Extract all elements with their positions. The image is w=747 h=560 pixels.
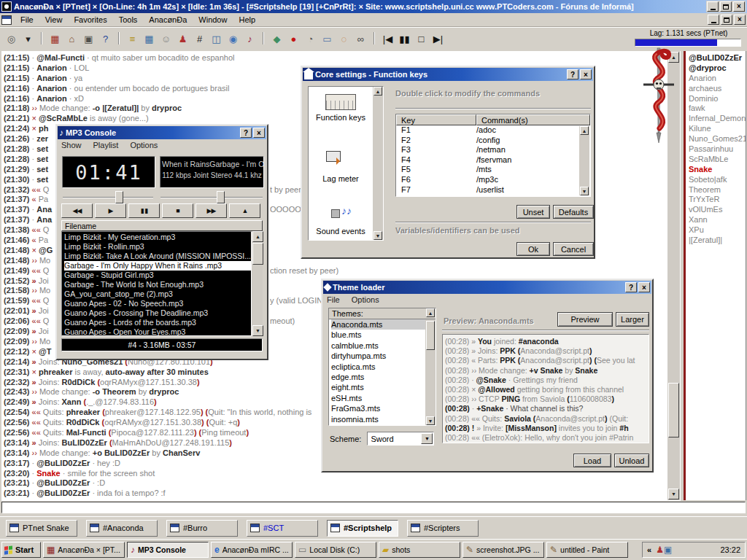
nicklist-item[interactable]: Sobeto|afk bbox=[689, 175, 746, 185]
home-icon[interactable]: ⌂ bbox=[64, 31, 80, 47]
nicklist-item[interactable]: Kilune bbox=[689, 124, 746, 134]
column-key[interactable]: Key bbox=[396, 114, 476, 125]
dropdown-arrow-icon[interactable]: ▼ bbox=[421, 433, 433, 444]
nicklist-item[interactable]: Xann bbox=[689, 215, 746, 225]
nicklist-item[interactable]: Snake bbox=[689, 165, 746, 175]
volume-slider-thumb[interactable] bbox=[115, 191, 123, 203]
mdi-close-button[interactable]: × bbox=[734, 15, 746, 25]
media-stop-icon[interactable]: □ bbox=[414, 31, 429, 47]
fkey-row[interactable]: F3/netman bbox=[396, 145, 590, 155]
playlist-item[interactable]: Limp Bizkit - Rollin.mp3 bbox=[62, 242, 251, 252]
user-central-icon[interactable]: ♟ bbox=[175, 31, 190, 47]
mp3-menu-show[interactable]: Show bbox=[61, 141, 82, 149]
nicklist-item[interactable]: archaeus bbox=[689, 84, 746, 94]
category-sound-events[interactable]: Sound events bbox=[309, 203, 373, 236]
scroll-down-icon[interactable]: ▼ bbox=[580, 187, 589, 195]
menu-favorites[interactable]: Favorites bbox=[68, 14, 112, 26]
notify-list-icon[interactable]: ◫ bbox=[209, 31, 224, 47]
load-button[interactable]: Load bbox=[573, 454, 611, 467]
nicklist-item[interactable]: Theorem bbox=[689, 185, 746, 195]
tray-display-icon[interactable]: ▣ bbox=[664, 545, 672, 555]
nicklist-item[interactable]: fawk bbox=[689, 104, 746, 114]
task-untitled-paint[interactable]: ✎ untitled - Paint bbox=[546, 542, 628, 558]
scroll-up-icon[interactable]: ▲ bbox=[580, 126, 589, 135]
theme-close-button[interactable]: × bbox=[638, 282, 650, 292]
playlist-item[interactable]: Garbage - Stupid Girl.mp3 bbox=[62, 271, 251, 280]
channels-folder-icon[interactable]: ▦ bbox=[47, 31, 63, 47]
window-manager-icon[interactable]: ▭ bbox=[320, 31, 335, 47]
theme-item[interactable]: eSH.mts bbox=[329, 393, 436, 403]
window-close-button[interactable]: × bbox=[733, 1, 745, 12]
fkeys-table[interactable]: Key Command(s) F1/adocF2/configF3/netman… bbox=[395, 114, 591, 197]
nicklist-item[interactable]: @BuLlD0ZzEr bbox=[689, 53, 746, 63]
theme-item[interactable]: edge.mts bbox=[329, 372, 436, 382]
larger-button[interactable]: Larger bbox=[616, 312, 649, 327]
search-icon[interactable]: ◌ bbox=[336, 31, 352, 47]
switchbar-tab-ptnet-snake[interactable]: PTnet Snake bbox=[6, 520, 77, 537]
dcc-icon[interactable]: ◆ bbox=[269, 31, 285, 47]
media-next-icon[interactable]: ▶| bbox=[430, 31, 446, 47]
nicklist-item[interactable]: Anarion bbox=[689, 74, 746, 84]
masks-icon[interactable]: ☺ bbox=[158, 31, 174, 47]
scroll-down-icon[interactable]: ▼ bbox=[426, 416, 435, 425]
mp3-console-icon[interactable]: ♪ bbox=[242, 31, 258, 47]
nicklist-item[interactable]: @dryproc bbox=[689, 63, 746, 74]
window-restore-button[interactable] bbox=[720, 1, 732, 12]
scroll-up-icon[interactable]: ▲ bbox=[374, 87, 382, 96]
fkey-row[interactable]: F8/ bbox=[396, 195, 590, 197]
scroll-down-icon[interactable]: ▼ bbox=[374, 231, 382, 240]
menu-file[interactable]: File bbox=[15, 14, 39, 26]
category-function-keys[interactable]: Function keys bbox=[309, 94, 373, 122]
theme-item[interactable]: calmblue.mts bbox=[329, 341, 436, 351]
switchbar-tab-scriptshelp[interactable]: #Scriptshelp bbox=[327, 520, 398, 537]
tray-overflow-chevron[interactable]: « bbox=[647, 545, 651, 554]
playlist-header[interactable]: Filename bbox=[61, 220, 263, 231]
category-lag-meter[interactable]: Lag meter bbox=[309, 151, 373, 183]
mp3-pause-button[interactable]: ▮ ▮ bbox=[128, 203, 160, 218]
nicklist-item[interactable]: Passarinhuu bbox=[689, 144, 746, 155]
windows-cascade-icon[interactable]: ▦ bbox=[142, 31, 157, 47]
fkey-row[interactable]: F2/config bbox=[396, 136, 590, 146]
playlist-scrollbar[interactable]: ▲ ▼ bbox=[252, 231, 263, 336]
theme-item[interactable]: ecliptica.mts bbox=[329, 362, 436, 372]
scrollbar-thumb[interactable] bbox=[252, 243, 263, 265]
core-settings-titlebar[interactable]: Core settings - Function keys ? × bbox=[303, 68, 593, 81]
mp3-stop-button[interactable]: ■ bbox=[162, 203, 193, 218]
menu-anaconda[interactable]: AnacønÐa bbox=[143, 14, 193, 26]
playlist-item[interactable]: Guano Apes - Open Your Eyes.mp3 bbox=[62, 327, 251, 336]
switchbar-tab-scripters[interactable]: #Scripters bbox=[407, 520, 479, 537]
scrollbar-thumb[interactable] bbox=[426, 321, 435, 350]
menu-view[interactable]: View bbox=[39, 14, 69, 26]
mdi-minimize-button[interactable] bbox=[708, 15, 719, 25]
menu-tools[interactable]: Tools bbox=[113, 14, 144, 26]
mp3-menu-playlist[interactable]: Playlist bbox=[93, 141, 119, 149]
nicklist-item[interactable]: Infernal_Demon bbox=[689, 114, 746, 124]
playlist-item[interactable]: Guano Apes - Crossing The Deadline.mp3 bbox=[62, 308, 251, 318]
chat-input[interactable] bbox=[1, 502, 746, 513]
fkey-row[interactable]: F1/adoc bbox=[396, 125, 590, 136]
themes-list-panel[interactable]: Themes: Anaconda.mtsblue.mtscalmblue.mts… bbox=[328, 308, 436, 426]
nicklist-item[interactable]: XPu bbox=[689, 225, 746, 236]
theme-menu-file[interactable]: File bbox=[327, 295, 340, 304]
channel-list-icon[interactable]: # bbox=[192, 31, 207, 47]
unset-button[interactable]: Unset bbox=[516, 205, 550, 219]
theme-item[interactable]: FraGma3.mts bbox=[329, 403, 436, 413]
fkeys-scrollbar[interactable]: ▲ ▼ bbox=[579, 126, 589, 195]
help-icon[interactable]: ? bbox=[98, 31, 113, 47]
playlist-item[interactable]: Garbage - I'm Only Happy When it Rains .… bbox=[62, 261, 251, 271]
fkey-row[interactable]: F6/mp3c bbox=[396, 175, 590, 185]
core-close-button[interactable]: × bbox=[580, 69, 592, 79]
mp3-console-titlebar[interactable]: ♪ MP3 Console ? × bbox=[58, 126, 266, 139]
mp3-play-button[interactable]: ▶ bbox=[95, 203, 126, 218]
connect-icon[interactable]: ◎ bbox=[4, 31, 19, 47]
menu-help[interactable]: Help bbox=[233, 14, 261, 26]
switchbar-tab-anaconda[interactable]: #Anaconda bbox=[86, 520, 158, 537]
media-prev-icon[interactable]: |◀ bbox=[380, 31, 395, 47]
nicklist-item[interactable]: |[Zeratul]| bbox=[689, 236, 746, 246]
settings-category-list[interactable]: Function keys Lag meter Sound events ▲ ▼ bbox=[308, 86, 384, 241]
mp3-seek-slider[interactable] bbox=[160, 191, 263, 203]
nick-list[interactable]: @BuLlD0ZzEr@dryprocAnarionarchaeusDomini… bbox=[684, 51, 746, 500]
start-button[interactable]: Start bbox=[1, 542, 41, 558]
mdi-restore-button[interactable] bbox=[721, 15, 732, 25]
menu-window[interactable]: Window bbox=[193, 14, 233, 26]
